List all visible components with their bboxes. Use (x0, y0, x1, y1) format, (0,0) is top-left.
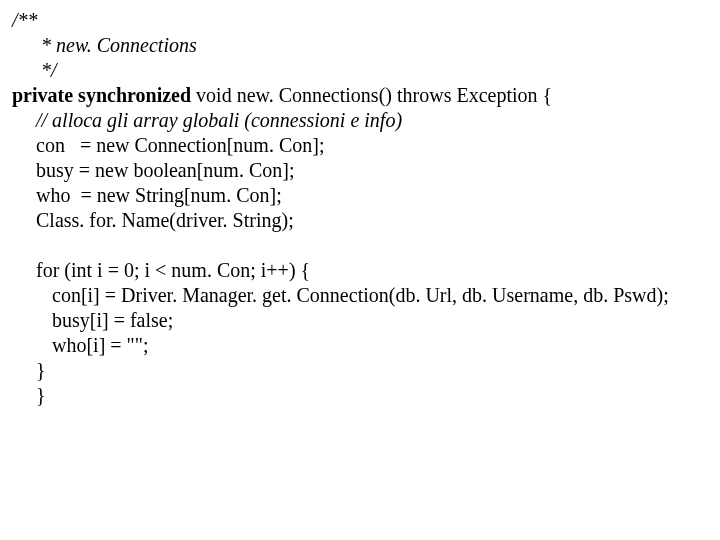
for-stmt-who: who[i] = ""; (12, 333, 708, 358)
stmt-busy: busy = new boolean[num. Con]; (12, 158, 708, 183)
stmt-class: Class. for. Name(driver. String); (12, 208, 708, 233)
javadoc-open: /** (12, 8, 708, 33)
blank-line (12, 233, 708, 258)
for-stmt-con: con[i] = Driver. Manager. get. Connectio… (12, 283, 708, 308)
for-loop-close: } (12, 358, 708, 383)
keyword-private: private (12, 84, 73, 106)
method-signature: private synchronized void new. Connectio… (12, 83, 708, 108)
javadoc-close: */ (12, 58, 708, 83)
for-stmt-busy: busy[i] = false; (12, 308, 708, 333)
stmt-con: con = new Connection[num. Con]; (12, 133, 708, 158)
method-close: } (12, 383, 708, 408)
javadoc-line: * new. Connections (12, 33, 708, 58)
signature-rest: void new. Connections() throws Exception… (191, 84, 552, 106)
keyword-synchronized: synchronized (78, 84, 191, 106)
for-loop-open: for (int i = 0; i < num. Con; i++) { (12, 258, 708, 283)
comment-alloc: // alloca gli array globali (connessioni… (12, 108, 708, 133)
stmt-who: who = new String[num. Con]; (12, 183, 708, 208)
